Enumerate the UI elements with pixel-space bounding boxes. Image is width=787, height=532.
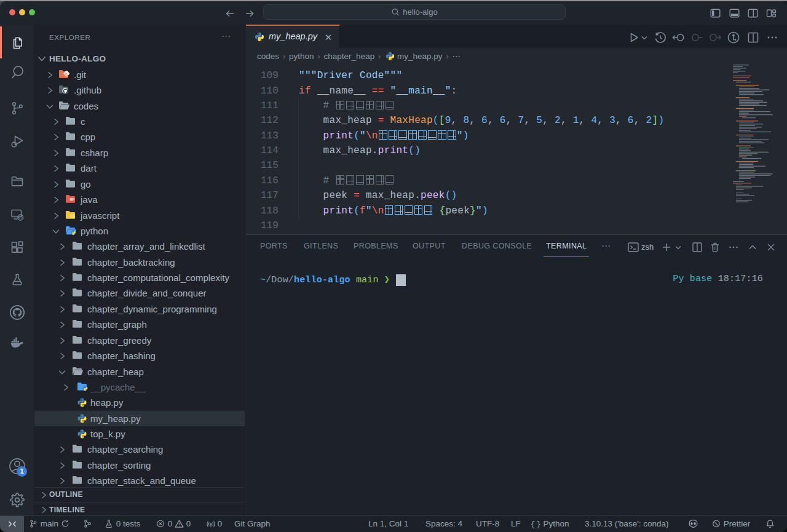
svg-text:JS: JS	[70, 214, 76, 218]
